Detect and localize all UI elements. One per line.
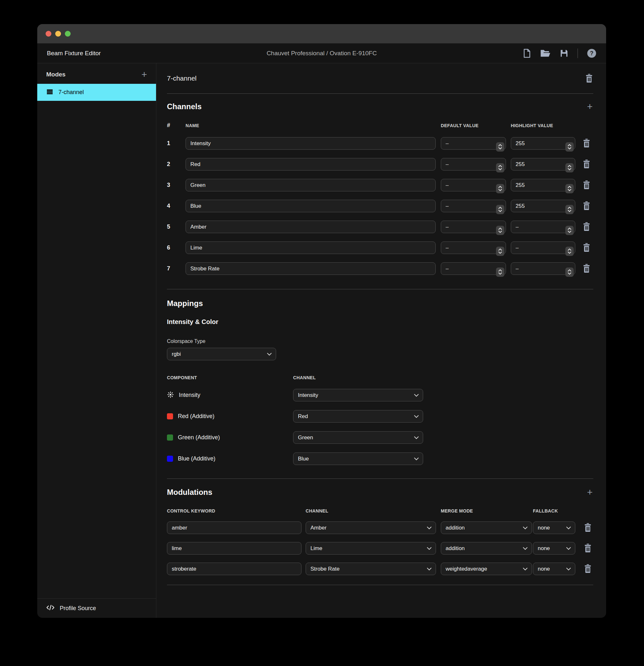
delete-channel-button[interactable] bbox=[583, 201, 591, 211]
stepper-control[interactable] bbox=[565, 205, 574, 214]
minimize-window-button[interactable] bbox=[55, 31, 61, 37]
delete-channel-button[interactable] bbox=[583, 159, 591, 169]
channel-row: 3 bbox=[167, 179, 593, 191]
delete-modulation-button[interactable] bbox=[584, 564, 592, 574]
col-default-value: DEFAULT VALUE bbox=[441, 123, 506, 128]
stepper-control[interactable] bbox=[496, 205, 504, 214]
chevron-down-icon bbox=[566, 566, 571, 572]
stepper-control[interactable] bbox=[496, 142, 504, 152]
merge-mode-select[interactable]: weightedaverage bbox=[441, 563, 532, 575]
intensity-color-subheading: Intensity & Color bbox=[167, 318, 593, 326]
stepper-control[interactable] bbox=[496, 247, 504, 256]
help-button[interactable]: ? bbox=[587, 49, 596, 58]
chevron-down-icon bbox=[414, 435, 419, 441]
fallback-select[interactable]: none bbox=[533, 563, 575, 575]
trash-icon bbox=[583, 264, 591, 274]
control-keyword-input[interactable] bbox=[167, 563, 302, 575]
colorspace-type-select[interactable]: rgbi bbox=[167, 348, 276, 360]
channel-mapping-select[interactable]: Intensity bbox=[293, 389, 423, 401]
mode-title: 7-channel bbox=[167, 74, 196, 82]
trash-icon bbox=[584, 523, 592, 533]
add-channel-button[interactable]: + bbox=[586, 102, 593, 111]
channel-name-input[interactable] bbox=[185, 262, 436, 275]
fallback-value: none bbox=[538, 566, 550, 572]
stepper-control[interactable] bbox=[565, 184, 574, 193]
stepper-control[interactable] bbox=[496, 163, 504, 172]
channel-name-input[interactable] bbox=[185, 158, 436, 171]
modulation-channel-select[interactable]: Strobe Rate bbox=[306, 563, 436, 575]
channel-name-input[interactable] bbox=[185, 200, 436, 212]
merge-mode-select[interactable]: addition bbox=[441, 542, 532, 555]
chevron-down-icon bbox=[523, 546, 528, 551]
modulation-channel-value: Strobe Rate bbox=[310, 566, 340, 572]
col-fallback: FALLBACK bbox=[533, 508, 558, 513]
close-window-button[interactable] bbox=[46, 31, 51, 37]
stepper-control[interactable] bbox=[496, 267, 504, 277]
channel-mapping-select[interactable]: Green bbox=[293, 431, 423, 444]
channel-number: 4 bbox=[167, 203, 185, 209]
sidebar-item-7-channel[interactable]: 7-channel bbox=[37, 84, 156, 101]
delete-channel-button[interactable] bbox=[583, 222, 591, 232]
channel-name-input[interactable] bbox=[185, 137, 436, 150]
zoom-window-button[interactable] bbox=[65, 31, 71, 37]
delete-channel-button[interactable] bbox=[583, 180, 591, 190]
modulation-row: Lime addition none bbox=[167, 542, 593, 555]
modulations-heading: Modulations bbox=[167, 488, 212, 497]
modulation-channel-value: Amber bbox=[310, 525, 326, 531]
toolbar: ? bbox=[523, 49, 596, 58]
channel-name-input[interactable] bbox=[185, 221, 436, 233]
toolbar-divider bbox=[577, 49, 578, 58]
trash-icon bbox=[583, 243, 591, 253]
stepper-control[interactable] bbox=[565, 247, 574, 256]
modulation-channel-select[interactable]: Amber bbox=[306, 522, 436, 534]
add-modulation-button[interactable]: + bbox=[586, 488, 593, 496]
app-title: Beam Fixture Editor bbox=[47, 50, 101, 57]
fallback-select[interactable]: none bbox=[533, 542, 575, 555]
channels-table-header: # NAME DEFAULT VALUE HIGHLIGHT VALUE bbox=[167, 122, 593, 129]
modulation-channel-select[interactable]: Lime bbox=[306, 542, 436, 555]
channel-name-input[interactable] bbox=[185, 242, 436, 254]
channel-mapping-select[interactable]: Red bbox=[293, 410, 423, 423]
trash-icon bbox=[583, 201, 591, 211]
stepper-control[interactable] bbox=[565, 142, 574, 152]
stepper-control[interactable] bbox=[565, 226, 574, 235]
stepper-control[interactable] bbox=[565, 267, 574, 277]
delete-channel-button[interactable] bbox=[583, 243, 591, 253]
chevron-down-icon bbox=[523, 566, 528, 572]
add-mode-button[interactable]: + bbox=[141, 70, 148, 79]
channel-number: 7 bbox=[167, 265, 185, 272]
delete-channel-button[interactable] bbox=[583, 264, 591, 274]
stepper-control[interactable] bbox=[496, 184, 504, 193]
merge-mode-select[interactable]: addition bbox=[441, 522, 532, 534]
save-icon bbox=[559, 49, 569, 58]
new-file-button[interactable] bbox=[523, 49, 531, 58]
trash-icon bbox=[583, 159, 591, 169]
save-button[interactable] bbox=[559, 49, 569, 58]
delete-modulation-button[interactable] bbox=[584, 543, 592, 553]
delete-modulation-button[interactable] bbox=[584, 523, 592, 533]
help-icon: ? bbox=[587, 49, 596, 58]
channel-name-input[interactable] bbox=[185, 179, 436, 191]
chevron-down-icon bbox=[414, 392, 419, 398]
channel-mapping-select[interactable]: Blue bbox=[293, 453, 423, 465]
col-control-keyword: CONTROL KEYWORD bbox=[167, 508, 306, 513]
fallback-select[interactable]: none bbox=[533, 522, 575, 534]
mapping-row: Green (Additive) Green bbox=[167, 431, 593, 444]
chevron-down-icon bbox=[414, 414, 419, 419]
stepper-control[interactable] bbox=[565, 163, 574, 172]
fallback-value: none bbox=[538, 545, 550, 552]
stepper-control[interactable] bbox=[496, 226, 504, 235]
delete-mode-button[interactable] bbox=[585, 73, 593, 84]
profile-source-button[interactable]: Profile Source bbox=[37, 598, 156, 618]
trash-icon bbox=[583, 138, 591, 148]
control-keyword-input[interactable] bbox=[167, 542, 302, 555]
trash-icon bbox=[583, 222, 591, 232]
delete-channel-button[interactable] bbox=[583, 138, 591, 148]
channel-mapping-value: Intensity bbox=[298, 392, 318, 399]
app-header: Beam Fixture Editor Chauvet Professional… bbox=[37, 43, 606, 63]
modulation-row: Strobe Rate weightedaverage none bbox=[167, 563, 593, 575]
open-file-button[interactable] bbox=[540, 49, 551, 57]
trash-icon bbox=[583, 180, 591, 190]
red-swatch bbox=[167, 413, 173, 419]
control-keyword-input[interactable] bbox=[167, 522, 302, 534]
